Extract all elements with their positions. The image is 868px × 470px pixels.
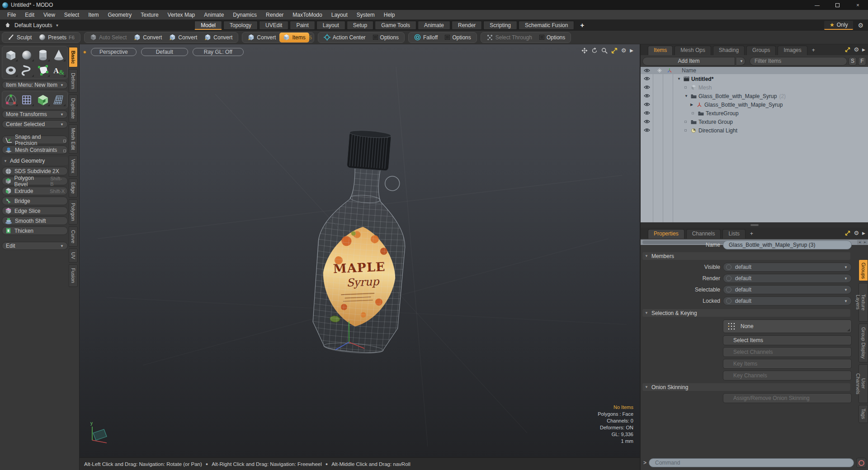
sidebar-tab-vertex[interactable]: Vertex — [69, 155, 78, 177]
close-button[interactable]: × — [848, 0, 868, 10]
tree-item-label[interactable]: Texture Group — [698, 119, 733, 125]
locked-dropdown[interactable]: default▼ — [723, 296, 852, 306]
cube-tool-button[interactable] — [3, 47, 19, 62]
tab-channels[interactable]: Channels — [686, 229, 721, 239]
add-tab-button[interactable]: + — [576, 21, 589, 30]
sidebar-tab-mesh-edit[interactable]: Mesh Edit — [69, 124, 78, 154]
texture-cube-tool-button[interactable] — [35, 92, 51, 107]
command-input[interactable] — [649, 458, 854, 467]
channel-toggle-icon[interactable] — [726, 287, 731, 292]
menu-view[interactable]: View — [39, 10, 60, 20]
tab-items[interactable]: Items — [648, 46, 673, 55]
extrude-button[interactable]: ExtrudeShift-X — [2, 187, 68, 195]
action-center-button[interactable]: Action Center — [320, 33, 369, 42]
panel-gear-icon[interactable]: ⚙ — [854, 46, 859, 53]
sidebar-tab-fusion[interactable]: Fusion — [69, 264, 78, 287]
pan-move-icon[interactable] — [581, 47, 588, 54]
tree-row-scene[interactable]: ▼ Untitled* — [641, 75, 868, 83]
item-menu-dropdown[interactable]: Item Menu: New Item▼ — [2, 81, 68, 89]
add-panel-tab-button[interactable]: + — [809, 46, 818, 55]
tab-animate[interactable]: Animate — [418, 21, 450, 30]
snaps-precision-button[interactable]: Snaps and Precision — [2, 136, 68, 144]
visibility-eye-icon[interactable] — [644, 102, 650, 107]
sds-subdivide-button[interactable]: SDS Subdivide 2X — [2, 167, 68, 175]
assign-onion-skinning-button[interactable]: Assign/Remove Onion Skinning — [723, 393, 852, 403]
mesh-constraints-button[interactable]: Mesh Constraints — [2, 146, 68, 154]
zoom-magnifier-icon[interactable] — [601, 47, 608, 54]
layout-up-icon[interactable] — [5, 23, 11, 28]
sidebar-tab-edge[interactable]: Edge — [69, 179, 78, 197]
smooth-shift-button[interactable]: Smooth Shift — [2, 216, 68, 225]
tree-item-label[interactable]: Untitled* — [691, 76, 713, 82]
tab-model[interactable]: Model — [194, 21, 222, 30]
panel-flyout-icon[interactable]: ▶ — [862, 231, 865, 235]
tree-row-bottle-group[interactable]: ▼ Glass_Bottle_with_Maple_Syrup (2) — [641, 92, 868, 100]
menu-help[interactable]: Help — [379, 10, 400, 20]
tree-row-mesh[interactable]: Mesh — [641, 83, 868, 92]
menu-geometry[interactable]: Geometry — [104, 10, 137, 20]
add-panel-tab-button[interactable]: + — [747, 229, 756, 239]
pen-polygon-tool-button[interactable] — [35, 63, 51, 78]
convert-button[interactable]: Convert — [244, 33, 279, 42]
tab-lists[interactable]: Lists — [722, 229, 745, 239]
tab-groups[interactable]: Groups — [746, 46, 776, 55]
more-transforms-dropdown[interactable]: More Transforms▼ — [2, 110, 68, 118]
tab-shading[interactable]: Shading — [713, 46, 745, 55]
viewport-settings-gear-icon[interactable]: ⚙ — [621, 47, 627, 54]
menu-file[interactable]: File — [3, 10, 20, 20]
default-layouts-dropdown[interactable]: Default Layouts — [14, 22, 52, 28]
tab-properties[interactable]: Properties — [648, 229, 684, 239]
menu-item[interactable]: Item — [84, 10, 103, 20]
find-button[interactable]: F — [858, 57, 866, 66]
edge-slice-button[interactable]: Edge Slice — [2, 207, 68, 215]
filter-items-input[interactable] — [750, 57, 847, 66]
tree-row-directional-light[interactable]: Directional Light — [641, 126, 868, 135]
render-dropdown[interactable]: default▼ — [723, 274, 852, 283]
selectable-dropdown[interactable]: default▼ — [723, 285, 852, 294]
sculpt-button[interactable]: Sculpt — [4, 33, 35, 42]
tree-row-texturegroup[interactable]: TextureGroup — [641, 109, 868, 118]
action-center-options-button[interactable]: Options — [369, 33, 402, 42]
tab-scripting[interactable]: Scripting — [483, 21, 517, 30]
expand-panel-icon[interactable] — [845, 47, 850, 52]
key-channels-button[interactable]: Key Channels — [723, 371, 852, 381]
sidebar-tab-duplicate[interactable]: Duplicate — [69, 94, 78, 122]
menu-dynamics[interactable]: Dynamics — [228, 10, 261, 20]
tab-setup[interactable]: Setup — [347, 21, 373, 30]
onion-skinning-section-header[interactable]: ▼ Onion Skinning — [642, 383, 850, 391]
channel-toggle-icon[interactable] — [726, 264, 731, 270]
expander-down-icon[interactable]: ▼ — [677, 77, 683, 81]
tab-render[interactable]: Render — [452, 21, 482, 30]
visibility-eye-icon[interactable] — [644, 76, 650, 81]
channel-toggle-icon[interactable] — [726, 298, 731, 304]
side-tab-texture-layers[interactable]: Texture Layers — [859, 283, 868, 322]
sidebar-tab-basic[interactable]: Basic — [69, 47, 78, 67]
shading-mode-button[interactable]: Default — [141, 48, 188, 56]
sort-button[interactable]: S — [849, 57, 857, 66]
presets-button[interactable]: Presets F6 — [35, 33, 78, 42]
menu-render[interactable]: Render — [261, 10, 288, 20]
convert-button[interactable]: Convert — [201, 33, 236, 42]
gradient-tool-button[interactable] — [3, 92, 19, 107]
maximize-button[interactable] — [827, 0, 848, 10]
panel-flyout-icon[interactable]: ▶ — [862, 47, 865, 52]
tab-images[interactable]: Images — [778, 46, 807, 55]
tree-item-label[interactable]: Glass_Bottle_with_Maple_Syrup — [698, 93, 777, 99]
menu-layout[interactable]: Layout — [327, 10, 352, 20]
convert-button[interactable]: Convert — [130, 33, 165, 42]
expand-panel-icon[interactable] — [845, 230, 850, 236]
visibility-eye-icon[interactable] — [644, 94, 650, 98]
sidebar-tab-deform[interactable]: Deform — [69, 69, 78, 93]
perspective-button[interactable]: Perspective — [91, 48, 137, 56]
menu-maxtomodo[interactable]: MaxToModo — [288, 10, 326, 20]
sphere-tool-button[interactable] — [19, 47, 34, 62]
maple-syrup-bottle-model[interactable]: MAPLE Syrup — [298, 127, 425, 366]
selection-keying-section-header[interactable]: ▼ Selection & Keying — [642, 309, 850, 317]
tree-item-label[interactable]: TextureGroup — [706, 110, 739, 117]
tree-item-label[interactable]: Mesh — [698, 85, 712, 91]
tree-item-label[interactable]: Directional Light — [698, 127, 737, 134]
helix-tool-button[interactable] — [19, 63, 34, 78]
viewport-3d[interactable]: MAPLE Syrup P — [80, 44, 640, 457]
visibility-eye-icon[interactable] — [644, 119, 650, 124]
cone-tool-button[interactable] — [51, 47, 66, 62]
